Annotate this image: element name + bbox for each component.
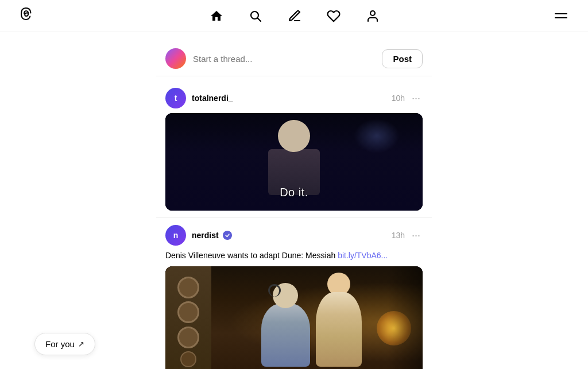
meme-figure [265,120,323,189]
svg-line-1 [258,18,261,21]
post-meta: 10h ··· [392,92,423,104]
activity-icon[interactable] [326,8,342,24]
post-item: n nerdist 13h ··· Denis Villene [156,218,432,369]
profile-icon[interactable] [365,8,381,24]
post-header-left: n nerdist [165,225,232,246]
thread-input[interactable] [193,54,375,64]
app-logo[interactable] [18,5,37,27]
verified-badge [223,231,232,240]
thread-composer: Post [156,41,432,76]
avatar[interactable]: t [165,88,186,108]
post-more-button[interactable]: ··· [409,92,423,104]
post-meta: 13h ··· [392,230,423,242]
for-you-icon: ↗ [78,340,84,348]
compose-icon[interactable] [287,8,303,24]
post-image [165,266,423,369]
meme-image-container: Do it. [165,113,423,211]
svg-point-2 [370,11,375,15]
nav-center [208,8,381,24]
post-text: Denis Villeneuve wants to adapt Dune: Me… [165,250,423,262]
post-link[interactable]: bit.ly/TVbA6... [338,251,388,260]
home-icon[interactable] [208,8,225,24]
svg-point-3 [223,231,232,240]
avatar-image: n [165,225,186,246]
main-content: Post t totalnerdi_ 10h ··· [0,32,588,369]
for-you-label: For you [45,339,75,349]
meme-text: Do it. [280,186,308,199]
for-you-pill[interactable]: For you ↗ [34,333,95,355]
top-navigation [0,0,588,32]
scene-figures [261,273,362,369]
prop-left [165,266,211,369]
post-time: 13h [392,231,405,240]
post-header: t totalnerdi_ 10h ··· [165,88,423,108]
post-header-left: t totalnerdi_ [165,88,233,108]
avatar[interactable]: n [165,225,186,246]
figure-actor [316,273,362,367]
post-item: t totalnerdi_ 10h ··· [156,81,432,218]
post-username[interactable]: nerdist [192,231,219,240]
post-header: n nerdist 13h ··· [165,225,423,246]
avatar-image: t [165,88,186,108]
post-image: Do it. [165,113,423,211]
post-button[interactable]: Post [382,49,423,68]
feed: Post t totalnerdi_ 10h ··· [156,41,432,360]
composer-avatar [165,48,186,69]
search-icon[interactable] [247,8,264,24]
bts-image-container [165,266,423,369]
figure-director [261,283,310,367]
menu-button[interactable] [552,11,570,21]
post-time: 10h [392,94,405,103]
post-more-button[interactable]: ··· [409,230,423,242]
post-username[interactable]: totalnerdi_ [192,94,233,103]
